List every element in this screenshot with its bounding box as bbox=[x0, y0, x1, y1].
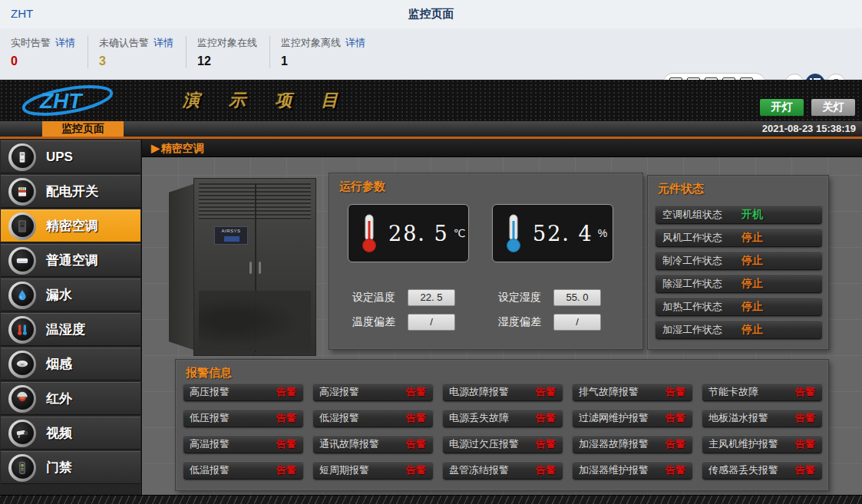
detail-link[interactable]: 详情 bbox=[345, 37, 365, 48]
component-status-rows: 空调机组状态 开机 风机工作状态 停止 制冷工作状态 停止 除湿工作状态 停止 … bbox=[656, 205, 822, 339]
sidebar-item-label: 视频 bbox=[46, 424, 72, 442]
status-label: 实时告警 bbox=[11, 37, 51, 48]
alarm-status: 告警 bbox=[665, 463, 692, 477]
temp-deviation-value[interactable]: / bbox=[408, 314, 455, 331]
sidebar-item-precision-ac[interactable]: 精密空调 bbox=[1, 209, 140, 242]
ac-door-handle bbox=[259, 262, 261, 274]
sidebar-item-water-leak[interactable]: 漏水 bbox=[1, 278, 140, 311]
humidity-deviation-value[interactable]: / bbox=[553, 314, 601, 331]
alarm-label: 高压报警 bbox=[183, 385, 230, 399]
status-label: 监控对象离线 bbox=[281, 37, 341, 48]
sidebar-item-normal-ac[interactable]: 普通空调 bbox=[1, 244, 140, 277]
alarm-label: 低温报警 bbox=[183, 463, 230, 477]
precision-ac-icon bbox=[8, 212, 36, 240]
run-params-panel: 运行参数 28. 5 ℃ 52. 4 % 设定 bbox=[329, 173, 643, 350]
sidebar-item-infrared[interactable]: 红外 bbox=[1, 382, 140, 415]
sidebar-item-label: 精密空调 bbox=[46, 217, 98, 235]
alarm-tile: 低压报警告警 bbox=[183, 409, 303, 427]
sidebar-item-temp-humidity[interactable]: 温湿度 bbox=[1, 313, 140, 346]
alarm-tile: 传感器丢失报警告警 bbox=[702, 461, 822, 479]
alarm-status: 告警 bbox=[795, 463, 822, 477]
alarm-label: 节能卡故障 bbox=[702, 385, 758, 399]
component-label: 空调机组状态 bbox=[656, 208, 741, 222]
alarm-status: 告警 bbox=[276, 463, 303, 477]
set-humidity-value[interactable]: 55. 0 bbox=[553, 289, 601, 306]
component-status: 停止 bbox=[741, 277, 763, 291]
component-status-row: 加湿工作状态 停止 bbox=[656, 320, 822, 339]
alarm-tile: 电源丢失故障告警 bbox=[443, 409, 563, 427]
top-bar: ZHT 监控页面 bbox=[0, 0, 862, 28]
ac-brand-text: AIRSYS bbox=[215, 229, 247, 233]
section-header: ▶精密空调 bbox=[142, 139, 862, 157]
sidebar-item-door-access[interactable]: 门禁 bbox=[1, 451, 140, 484]
sidebar-item-label: 温湿度 bbox=[46, 321, 85, 338]
sidebar-item-ups[interactable]: UPS bbox=[1, 140, 140, 173]
sidebar-item-label: 漏水 bbox=[46, 286, 72, 304]
status-group-offline: 监控对象离线详情 1 bbox=[269, 36, 378, 68]
alarm-tile: 电源故障报警告警 bbox=[443, 383, 563, 401]
component-label: 加湿工作状态 bbox=[656, 323, 741, 337]
door-access-icon bbox=[8, 454, 36, 482]
detail-link[interactable]: 详情 bbox=[55, 37, 75, 48]
component-status-row: 除湿工作状态 停止 bbox=[656, 274, 822, 293]
alarm-tile: 电源过欠压报警告警 bbox=[443, 435, 563, 453]
status-group-unconfirmed-alarm: 未确认告警详情 3 bbox=[88, 36, 186, 68]
detail-link[interactable]: 详情 bbox=[154, 37, 173, 48]
alarm-label: 短周期报警 bbox=[313, 463, 369, 477]
infrared-icon bbox=[8, 385, 36, 413]
alarm-status: 告警 bbox=[665, 437, 692, 451]
sidebar-item-label: 普通空调 bbox=[46, 252, 98, 269]
set-humidity-row: 设定湿度 55. 0 bbox=[498, 289, 601, 306]
alarm-tile: 过滤网维护报警告警 bbox=[573, 409, 692, 427]
sidebar-item-label: 门禁 bbox=[46, 459, 72, 476]
ac-icon bbox=[8, 247, 36, 275]
sidebar-item-video[interactable]: 视频 bbox=[1, 417, 140, 450]
alarm-tile: 高湿报警告警 bbox=[313, 383, 433, 401]
alarm-label: 传感器丢失报警 bbox=[702, 463, 778, 477]
alarm-label: 高温报警 bbox=[183, 437, 230, 451]
alarm-tile: 地板溢水报警告警 bbox=[702, 409, 822, 427]
component-label: 加热工作状态 bbox=[656, 300, 741, 314]
status-label: 监控对象在线 bbox=[197, 37, 257, 48]
zht-logo-icon: ZHT bbox=[14, 82, 160, 119]
sidebar-item-label: 烟感 bbox=[46, 355, 72, 373]
camera-icon bbox=[8, 420, 36, 447]
tab-monitoring-page[interactable]: 监控页面 bbox=[42, 121, 124, 137]
alarm-status: 告警 bbox=[276, 411, 303, 425]
alarm-tile: 盘管冻结报警告警 bbox=[443, 461, 563, 479]
light-on-button[interactable]: 开灯 bbox=[760, 99, 804, 116]
alarm-status: 告警 bbox=[665, 385, 692, 399]
component-status: 停止 bbox=[741, 254, 763, 268]
alarm-label: 高湿报警 bbox=[313, 385, 359, 399]
set-temp-value[interactable]: 22. 5 bbox=[408, 289, 455, 306]
alarm-status: 告警 bbox=[406, 411, 433, 425]
alarm-status: 告警 bbox=[536, 385, 563, 399]
section-title: 精密空调 bbox=[161, 142, 204, 154]
alarm-tile: 低温报警告警 bbox=[183, 461, 303, 479]
component-status: 开机 bbox=[741, 208, 763, 222]
temp-humidity-icon bbox=[8, 316, 36, 344]
ac-display-screen bbox=[224, 236, 239, 242]
alarm-status: 告警 bbox=[276, 385, 303, 399]
sidebar-item-smoke[interactable]: 烟感 bbox=[1, 348, 140, 380]
component-status: 停止 bbox=[741, 231, 763, 245]
light-off-button[interactable]: 关灯 bbox=[811, 99, 855, 116]
alarm-info-panel: 报警信息 高压报警告警 高湿报警告警 电源故障报警告警 排气故障报警告警 节能卡… bbox=[175, 359, 829, 491]
alarm-label: 地板溢水报警 bbox=[702, 411, 768, 425]
humidity-gauge: 52. 4 % bbox=[492, 204, 613, 262]
sidebar-item-power-switch[interactable]: 配电开关 bbox=[1, 175, 140, 208]
sidebar-item-label: 配电开关 bbox=[46, 183, 98, 200]
alarm-status: 告警 bbox=[536, 437, 563, 451]
component-status: 停止 bbox=[741, 300, 763, 314]
alarm-tile: 低湿报警告警 bbox=[313, 409, 433, 427]
ac-mesh bbox=[199, 291, 311, 351]
temperature-unit: ℃ bbox=[454, 227, 466, 239]
alarm-tile: 加湿器维护报警告警 bbox=[573, 461, 692, 479]
sidebar-item-label: 红外 bbox=[46, 390, 72, 407]
timestamp: 2021-08-23 15:38:19 bbox=[762, 123, 856, 134]
alarm-label: 主风机维护报警 bbox=[702, 437, 778, 451]
status-value: 1 bbox=[281, 54, 365, 68]
status-groups: 实时告警详情 0 未确认告警详情 3 监控对象在线 12 监控对象离线详情 1 bbox=[0, 36, 378, 68]
status-label: 未确认告警 bbox=[99, 37, 149, 48]
ac-door-handle bbox=[249, 262, 252, 274]
